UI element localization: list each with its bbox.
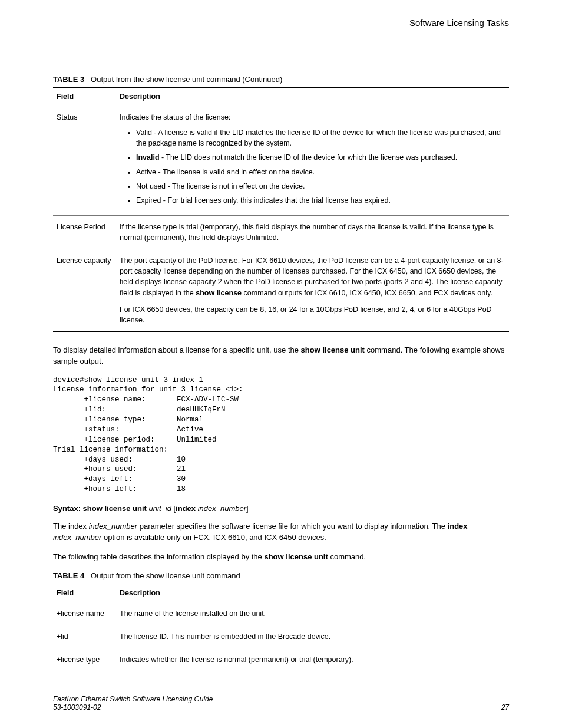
- table4: Field Description +license name The name…: [53, 584, 509, 671]
- table4-title: Output from the show license unit comman…: [91, 571, 240, 580]
- cell-field: License capacity: [53, 249, 116, 332]
- syntax-arg2: index_number: [196, 504, 246, 513]
- cap-p2: For ICX 6650 devices, the capacity can b…: [120, 304, 505, 325]
- table3-head-desc: Description: [116, 88, 509, 106]
- footer-page: 27: [501, 703, 509, 711]
- table3: Field Description Status Indicates the s…: [53, 87, 509, 332]
- cell-field: +license name: [53, 602, 116, 625]
- table4-head-desc: Description: [116, 584, 509, 602]
- p3c: command.: [328, 552, 366, 561]
- p1b: show license unit: [301, 345, 365, 354]
- cell-field: License Period: [53, 215, 116, 249]
- table-row: +lid The license ID. This number is embe…: [53, 625, 509, 648]
- p1a: To display detailed information about a …: [53, 345, 301, 354]
- p2a: The index: [53, 522, 89, 531]
- status-intro: Indicates the status of the license:: [120, 113, 230, 121]
- cell-desc: If the license type is trial (temporary)…: [116, 215, 509, 249]
- p2b: index_number: [89, 522, 137, 531]
- footer-title: FastIron Ethernet Switch Software Licens…: [53, 695, 213, 703]
- page-footer: FastIron Ethernet Switch Software Licens…: [53, 695, 509, 711]
- invalid-rest: - The LID does not match the license ID …: [160, 153, 458, 162]
- table3-head-field: Field: [53, 88, 116, 106]
- list-item: Not used - The license is not in effect …: [136, 181, 505, 192]
- table4-head-field: Field: [53, 584, 116, 602]
- status-bullets: Valid - A license is valid if the LID ma…: [120, 127, 505, 206]
- syntax-idx: index: [176, 504, 196, 513]
- table-row: Status Indicates the status of the licen…: [53, 106, 509, 216]
- p2c: parameter specifies the software license…: [137, 522, 448, 531]
- invalid-label: Invalid: [136, 153, 160, 162]
- table-row: License Period If the license type is tr…: [53, 215, 509, 249]
- cell-field: Status: [53, 106, 116, 216]
- cell-desc: The name of the license installed on the…: [116, 602, 509, 625]
- p2f: option is available only on FCX, ICX 661…: [101, 533, 326, 542]
- list-item: Expired - For trial licenses only, this …: [136, 195, 505, 206]
- p3a: The following table describes the inform…: [53, 552, 264, 561]
- table4-label: TABLE 4: [53, 571, 84, 580]
- table-row: +license type Indicates whether the lice…: [53, 648, 509, 671]
- cli-output: device#show license unit 3 index 1 Licen…: [53, 375, 509, 495]
- para-table4-intro: The following table describes the inform…: [53, 552, 509, 563]
- footer-docnum: 53-1003091-02: [53, 703, 213, 711]
- section-header: Software Licensing Tasks: [53, 18, 509, 75]
- cell-field: +license type: [53, 648, 116, 671]
- syntax-lbr: [: [171, 504, 176, 513]
- cell-desc: The license ID. This number is embedded …: [116, 625, 509, 648]
- cell-desc: Indicates the status of the license: Val…: [116, 106, 509, 216]
- cell-desc: The port capacity of the PoD license. Fo…: [116, 249, 509, 332]
- p3b: show license unit: [264, 552, 328, 561]
- table-row: License capacity The port capacity of th…: [53, 249, 509, 332]
- list-item: Invalid - The LID does not match the lic…: [136, 152, 505, 163]
- para-index: The index index_number parameter specifi…: [53, 521, 509, 543]
- table3-label: TABLE 3: [53, 75, 84, 84]
- table4-caption: TABLE 4 Output from the show license uni…: [53, 571, 509, 580]
- list-item: Active - The license is valid and in eff…: [136, 167, 505, 177]
- table-row: +license name The name of the license in…: [53, 602, 509, 625]
- cap-showlic: show license: [196, 289, 242, 297]
- p2d: index: [448, 522, 468, 531]
- cap-p1b: command outputs for ICX 6610, ICX 6450, …: [242, 289, 492, 297]
- table3-title: Output from the show license unit comman…: [91, 75, 282, 84]
- syntax-arg1: unit_id: [147, 504, 171, 513]
- list-item: Valid - A license is valid if the LID ma…: [136, 127, 505, 149]
- para-intro-unit: To display detailed information about a …: [53, 345, 509, 367]
- table3-caption: TABLE 3 Output from the show license uni…: [53, 75, 509, 84]
- p2e: index_number: [53, 533, 101, 542]
- syntax-line: Syntax: show license unit unit_id [index…: [53, 504, 509, 513]
- cell-field: +lid: [53, 625, 116, 648]
- syntax-prefix: Syntax: show license unit: [53, 504, 147, 513]
- cell-desc: Indicates whether the license is normal …: [116, 648, 509, 671]
- syntax-rbr: ]: [246, 504, 249, 513]
